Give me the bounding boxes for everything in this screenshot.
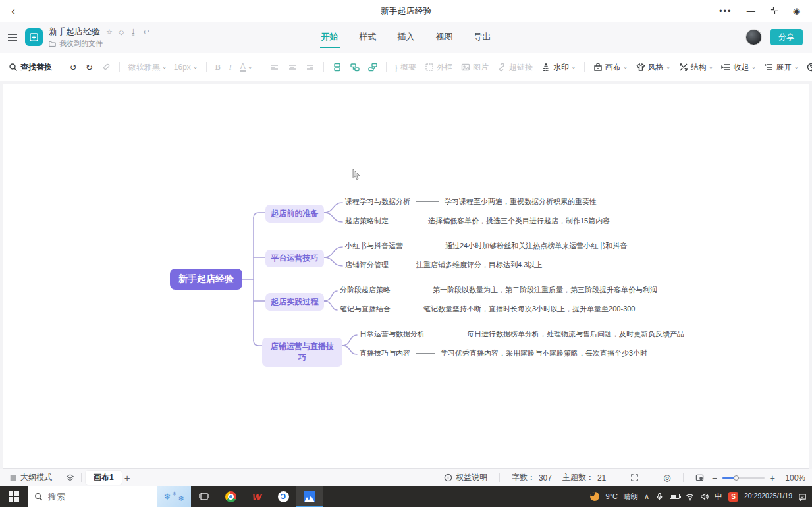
avatar[interactable]: [745, 29, 762, 45]
branch-node-3[interactable]: 起店实践过程: [265, 293, 324, 311]
help-button[interactable]: [805, 60, 812, 74]
leaf-desc[interactable]: 第一阶段以数量为主，第二阶段注重质量，第三阶段提升客单价与利润: [433, 285, 657, 295]
download-icon[interactable]: ⭳: [130, 28, 137, 36]
image-button[interactable]: 图片: [459, 59, 491, 76]
mindmap-app-taskbar-icon[interactable]: [296, 486, 323, 507]
start-button[interactable]: [0, 486, 28, 507]
insert-parent-topic-button[interactable]: [366, 60, 379, 74]
leaf-desc[interactable]: 学习课程至少两遍，重视数据分析积累的重要性: [445, 197, 597, 207]
leaf-topic[interactable]: 直播技巧与内容: [360, 348, 410, 358]
zoom-slider-handle[interactable]: [734, 475, 739, 481]
hyperlink-button[interactable]: 超链接: [495, 59, 535, 76]
italic-button[interactable]: I: [227, 60, 234, 75]
history-icon[interactable]: ↩: [143, 28, 149, 36]
find-replace-button[interactable]: 查找替换: [7, 59, 54, 76]
leaf-topic[interactable]: 起店策略制定: [345, 216, 389, 226]
menu-icon[interactable]: [0, 34, 25, 41]
style-button[interactable]: 风格∨: [634, 59, 672, 76]
share-button[interactable]: 分享: [770, 29, 803, 45]
tab-insert[interactable]: 插入: [396, 27, 416, 48]
zoom-level[interactable]: 100%: [780, 473, 805, 483]
layers-button[interactable]: [63, 472, 77, 483]
tab-home[interactable]: 开始: [320, 27, 340, 48]
align-right-button[interactable]: [304, 60, 317, 74]
expand-button[interactable]: 展开∨: [762, 59, 800, 76]
chrome-taskbar-icon[interactable]: [217, 486, 244, 507]
align-left-button[interactable]: [268, 60, 281, 74]
microphone-icon[interactable]: [655, 493, 664, 501]
canvas-tab-1[interactable]: 画布1: [86, 471, 122, 485]
notification-center-button[interactable]: [798, 493, 807, 501]
ime-indicator[interactable]: 中: [715, 491, 722, 502]
insert-sibling-topic-button[interactable]: [331, 60, 344, 74]
search-input[interactable]: [48, 492, 127, 502]
add-canvas-button[interactable]: +: [122, 471, 133, 485]
tab-style[interactable]: 样式: [358, 27, 378, 48]
battery-icon[interactable]: [670, 494, 680, 499]
leaf-topic[interactable]: 课程学习与数据分析: [345, 197, 410, 207]
font-family-select[interactable]: 微软雅黑∨: [126, 59, 167, 76]
weather-tray-icon[interactable]: [590, 492, 599, 501]
watermark-button[interactable]: 水印∨: [539, 59, 578, 76]
favorite-star-icon[interactable]: ☆: [106, 28, 113, 36]
minimize-button[interactable]: —: [747, 7, 755, 15]
sogou-ime-icon[interactable]: S: [728, 492, 738, 502]
leaf-desc[interactable]: 注重店铺多维度评分，目标达到4.3以上: [416, 260, 542, 270]
frame-button[interactable]: 外框: [423, 59, 454, 76]
locate-center-button[interactable]: ◎: [661, 471, 673, 484]
leaf-desc[interactable]: 每日进行数据榜单分析，处理物流与售后问题，及时更新负反馈产品: [467, 329, 684, 339]
collapse-button[interactable]: 收起∨: [719, 59, 757, 76]
branch-node-4[interactable]: 店铺运营与直播技巧: [262, 338, 342, 367]
more-options-button[interactable]: •••: [719, 7, 732, 15]
leaf-topic[interactable]: 店铺评分管理: [345, 260, 389, 270]
canvas-button[interactable]: 画布∨: [591, 59, 630, 76]
outline-mode-button[interactable]: 大纲模式: [7, 471, 55, 485]
leaf-desc[interactable]: 通过24小时加够粉丝和关注热点榜单来运营小红书和抖音: [445, 241, 627, 251]
structure-button[interactable]: 结构∨: [677, 59, 715, 76]
font-color-button[interactable]: A∨: [238, 60, 254, 74]
minimap-button[interactable]: [693, 472, 707, 483]
document-location[interactable]: 我收到的文件: [49, 39, 149, 49]
bold-button[interactable]: B: [213, 60, 223, 75]
hidden-icons-button[interactable]: ∧: [644, 493, 649, 501]
task-view-button[interactable]: [191, 486, 217, 507]
back-icon[interactable]: ‹: [0, 5, 26, 18]
taskbar-search[interactable]: [28, 486, 157, 507]
wifi-icon[interactable]: [686, 493, 694, 501]
summary-button[interactable]: } 概要: [393, 59, 418, 76]
insert-child-topic-button[interactable]: [348, 60, 362, 74]
fullscreen-button[interactable]: [628, 472, 641, 483]
wps-taskbar-icon[interactable]: W: [244, 486, 270, 507]
leaf-desc[interactable]: 学习优秀直播内容，采用露脸与不露脸策略，每次直播至少3小时: [441, 348, 647, 358]
weather-desc[interactable]: 晴朗: [624, 492, 638, 502]
weather-temp[interactable]: 9°C: [605, 493, 617, 500]
circle-dot-button[interactable]: ◉: [793, 7, 800, 15]
redo-button[interactable]: ↻: [84, 61, 95, 74]
volume-icon[interactable]: [700, 493, 709, 501]
leaf-topic[interactable]: 日常运营与数据分析: [360, 329, 425, 339]
undo-button[interactable]: ↺: [68, 61, 79, 74]
browser-taskbar-icon[interactable]: Ɔ: [270, 486, 296, 507]
zoom-in-button[interactable]: +: [770, 473, 775, 483]
leaf-topic[interactable]: 分阶段起店策略: [340, 285, 391, 295]
zoom-slider[interactable]: [722, 477, 765, 479]
mindmap-root-node[interactable]: 新手起店经验: [170, 269, 242, 290]
branch-node-1[interactable]: 起店前的准备: [265, 205, 324, 223]
rights-info-button[interactable]: 权益说明: [441, 471, 490, 485]
align-center-button[interactable]: [286, 60, 299, 74]
mindmap-canvas[interactable]: 新手起店经验 起店前的准备 平台运营技巧 起店实践过程 店铺运营与直播技巧 课程…: [3, 84, 809, 469]
font-size-select[interactable]: 16px∨: [172, 60, 200, 74]
tag-icon[interactable]: ◇: [119, 28, 124, 36]
format-painter-button[interactable]: [99, 60, 113, 74]
leaf-topic[interactable]: 小红书与抖音运营: [345, 241, 403, 251]
zoom-out-button[interactable]: −: [712, 473, 717, 483]
taskbar-clock[interactable]: 20:29 2025/1/19: [744, 492, 792, 500]
weather-widget[interactable]: ❄ ❄ ❄: [157, 486, 191, 507]
leaf-desc[interactable]: 选择偏低客单价，挑选三个类目进行起店，制作15篇内容: [428, 216, 610, 226]
branch-node-2[interactable]: 平台运营技巧: [265, 250, 324, 267]
restore-button[interactable]: [770, 6, 778, 16]
leaf-topic[interactable]: 笔记与直播结合: [340, 304, 391, 314]
tab-view[interactable]: 视图: [435, 27, 454, 48]
tab-export[interactable]: 导出: [473, 27, 493, 48]
leaf-desc[interactable]: 笔记数量坚持不断，直播时长每次3小时以上，提升单量至200-300: [423, 304, 636, 314]
